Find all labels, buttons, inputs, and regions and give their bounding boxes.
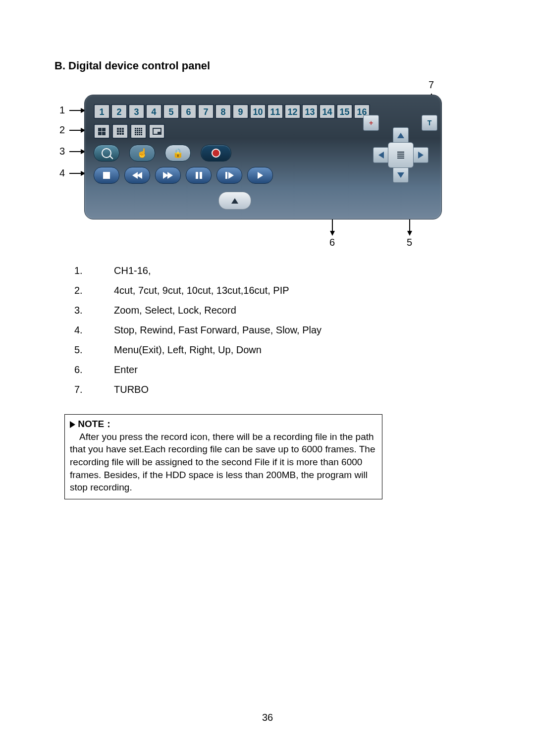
annotation-5: 5 <box>407 237 412 248</box>
channel-button-5[interactable]: 5 <box>163 104 179 119</box>
fast-forward-button[interactable] <box>155 167 181 184</box>
menu-button[interactable] <box>388 142 414 168</box>
up-icon <box>397 133 404 138</box>
right-icon <box>418 152 424 159</box>
channel-button-10[interactable]: 10 <box>250 104 266 119</box>
cut-16-button[interactable] <box>130 124 147 139</box>
cut-row <box>94 124 165 139</box>
select-button[interactable]: ☝ <box>129 145 155 162</box>
channel-button-2[interactable]: 2 <box>111 104 127 119</box>
annotation-1: 1 <box>59 105 65 116</box>
annotation-5-arrow <box>409 218 410 234</box>
stop-icon <box>103 172 110 179</box>
slow-button[interactable] <box>216 167 242 184</box>
rewind-button[interactable] <box>124 167 150 184</box>
zoom-button[interactable] <box>94 145 119 162</box>
annotation-6-arrow <box>332 218 333 234</box>
note-arrow-icon <box>70 421 75 428</box>
legend-item-1: 1.CH1-16, <box>74 261 481 280</box>
dpad-up-button[interactable] <box>393 127 409 143</box>
annotation-3-arrow <box>69 151 84 152</box>
play-icon <box>258 172 263 179</box>
channel-button-15[interactable]: 15 <box>336 104 353 119</box>
channel-button-6[interactable]: 6 <box>180 104 197 119</box>
channel-button-8[interactable]: 8 <box>215 104 231 119</box>
annotation-6: 6 <box>329 237 335 248</box>
legend-item-7: 7.TURBO <box>74 379 481 399</box>
record-icon <box>212 149 220 158</box>
nav-cluster: + T <box>368 122 432 189</box>
section-title: B. Digital device control panel <box>54 59 481 72</box>
eject-button[interactable] <box>218 192 251 210</box>
legend-item-3: 3.Zoom, Select, Lock, Record <box>74 300 481 320</box>
channel-button-1[interactable]: 1 <box>94 104 110 119</box>
legend-item-6: 6.Enter <box>74 360 481 379</box>
document-page: B. Digital device control panel 7 1 2 3 … <box>0 0 535 756</box>
channel-button-4[interactable]: 4 <box>146 104 162 119</box>
enter-button[interactable]: + <box>363 115 379 131</box>
annotation-4-arrow <box>69 173 84 174</box>
pause-icon <box>196 172 202 179</box>
legend-item-5: 5.Menu(Exit), Left, Right, Up, Down <box>74 340 481 360</box>
annotation-1-arrow <box>69 110 84 111</box>
turbo-button[interactable]: T <box>422 115 437 131</box>
left-icon <box>378 152 384 159</box>
zoom-icon <box>102 148 111 158</box>
page-number: 36 <box>0 712 535 723</box>
playback-row <box>94 167 273 184</box>
channel-button-11[interactable]: 11 <box>267 104 283 119</box>
channel-button-7[interactable]: 7 <box>198 104 214 119</box>
cut-4-button[interactable] <box>94 124 110 139</box>
menu-icon <box>397 152 404 159</box>
legend-list: 1.CH1-16, 2.4cut, 7cut, 9cut, 10cut, 13c… <box>74 261 481 399</box>
record-button[interactable] <box>201 145 231 162</box>
function-row: ☝ 🔒 <box>94 145 231 162</box>
down-icon <box>397 172 404 178</box>
control-panel-diagram: 7 1 2 3 4 6 5 1 2 3 4 5 6 7 8 <box>54 82 441 251</box>
annotation-7: 7 <box>428 79 434 91</box>
channel-button-14[interactable]: 14 <box>319 104 335 119</box>
eject-icon <box>231 198 238 204</box>
dpad-right-button[interactable] <box>413 147 428 163</box>
slow-icon <box>228 172 234 179</box>
channel-row: 1 2 3 4 5 6 7 8 9 10 11 12 13 14 15 16 <box>94 104 370 119</box>
legend-item-2: 2.4cut, 7cut, 9cut, 10cut, 13cut,16cut, … <box>74 280 481 300</box>
channel-button-9[interactable]: 9 <box>232 104 249 119</box>
annotation-4: 4 <box>59 167 65 179</box>
note-title: NOTE： <box>78 419 113 429</box>
lock-icon: 🔒 <box>172 148 183 159</box>
pip-button[interactable] <box>149 124 165 139</box>
channel-button-3[interactable]: 3 <box>128 104 145 119</box>
channel-button-12[interactable]: 12 <box>284 104 301 119</box>
note-body: After you press the record icon, there w… <box>70 431 377 494</box>
device-panel: 1 2 3 4 5 6 7 8 9 10 11 12 13 14 15 16 <box>84 95 442 219</box>
annotation-3: 3 <box>59 146 65 157</box>
stop-button[interactable] <box>94 167 119 184</box>
play-button[interactable] <box>247 167 273 184</box>
dpad-left-button[interactable] <box>373 147 389 163</box>
channel-button-13[interactable]: 13 <box>302 104 318 119</box>
note-box: NOTE： After you press the record icon, t… <box>64 414 382 499</box>
note-title-row: NOTE： <box>70 418 377 431</box>
pause-button[interactable] <box>186 167 212 184</box>
dpad <box>375 130 425 179</box>
lock-button[interactable]: 🔒 <box>165 145 191 162</box>
annotation-2: 2 <box>59 124 65 136</box>
cut-9-button[interactable] <box>112 124 128 139</box>
dpad-down-button[interactable] <box>393 167 409 183</box>
annotation-2-arrow <box>69 130 84 131</box>
legend-item-4: 4.Stop, Rewind, Fast Forward, Pause, Slo… <box>74 320 481 340</box>
hand-icon: ☝ <box>137 148 148 159</box>
